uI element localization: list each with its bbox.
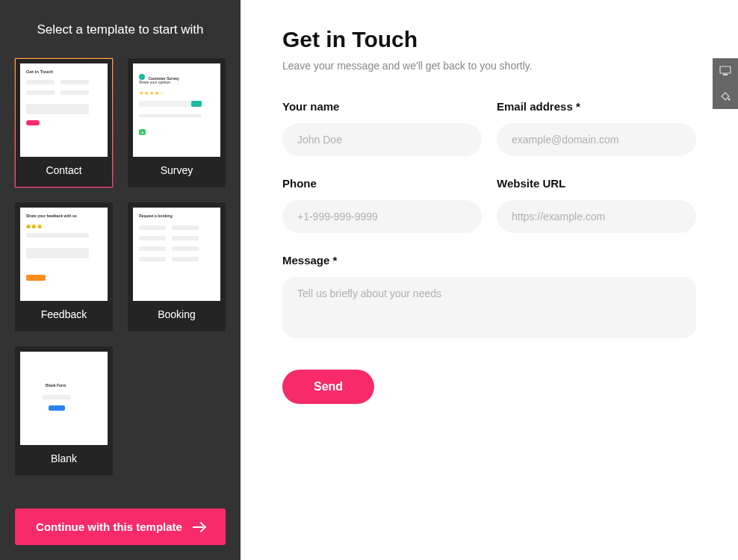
send-button[interactable]: Send — [282, 370, 374, 404]
continue-button[interactable]: Continue with this template — [15, 508, 226, 545]
template-preview-blank: Blank Form — [20, 352, 108, 445]
phone-input[interactable] — [282, 200, 482, 233]
message-input[interactable] — [282, 277, 696, 338]
template-card-contact[interactable]: Get in Touch Contact — [15, 58, 113, 187]
preview-title: Blank Form — [46, 383, 66, 388]
template-label: Survey — [161, 164, 193, 176]
svg-rect-0 — [720, 66, 731, 73]
svg-rect-1 — [723, 74, 728, 75]
sidebar-title: Select a template to start with — [15, 22, 226, 37]
website-input[interactable] — [497, 200, 696, 233]
preview-title: Get in Touch — [26, 69, 53, 74]
message-label: Message * — [282, 254, 696, 267]
right-rail — [713, 58, 738, 109]
template-label: Booking — [158, 308, 196, 320]
template-card-blank[interactable]: Blank Form Blank — [15, 346, 113, 476]
template-label: Blank — [51, 452, 77, 464]
email-input[interactable] — [497, 123, 696, 156]
template-preview-booking: Request a booking — [133, 208, 220, 301]
website-label: Website URL — [497, 177, 696, 190]
preview-title: Request a booking — [139, 214, 173, 218]
template-preview-contact: Get in Touch — [20, 63, 108, 157]
template-label: Contact — [46, 164, 81, 176]
form-preview-area: Get in Touch Leave your message and we'l… — [241, 0, 738, 560]
preview-sub: Share your opinion — [139, 80, 170, 84]
preview-title: Share your feedback with us — [26, 214, 77, 218]
desktop-view-icon[interactable] — [713, 58, 738, 84]
template-sidebar: Select a template to start with Get in T… — [0, 0, 241, 560]
name-label: Your name — [282, 100, 482, 113]
email-label: Email address * — [497, 100, 696, 113]
paint-bucket-icon[interactable] — [713, 84, 738, 109]
template-label: Feedback — [41, 308, 87, 320]
name-input[interactable] — [282, 123, 482, 156]
svg-point-2 — [728, 99, 731, 101]
phone-label: Phone — [282, 177, 482, 190]
template-card-feedback[interactable]: Share your feedback with us 😊 😐 😞 Feedba… — [15, 202, 113, 332]
template-preview-survey: Customer Survey Share your opinion ★★★★☆… — [133, 63, 220, 157]
template-preview-feedback: Share your feedback with us 😊 😐 😞 — [20, 208, 108, 301]
continue-label: Continue with this template — [36, 520, 182, 533]
template-card-survey[interactable]: Customer Survey Share your opinion ★★★★☆… — [128, 58, 226, 187]
arrow-right-icon — [193, 523, 205, 532]
template-card-booking[interactable]: Request a booking Booking — [128, 202, 226, 332]
form-subtitle: Leave your message and we'll get back to… — [282, 60, 696, 72]
form-title: Get in Touch — [282, 27, 696, 52]
template-grid: Get in Touch Contact Customer Survey Sha… — [15, 58, 226, 476]
